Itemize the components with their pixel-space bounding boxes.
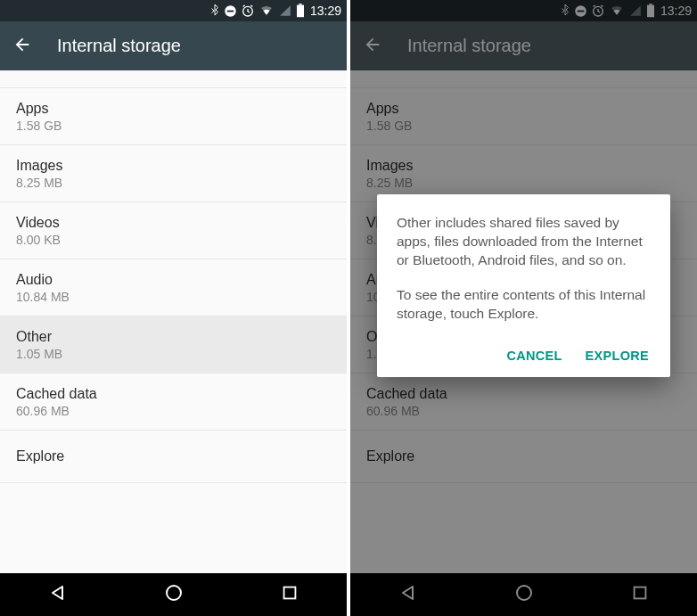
row-explore[interactable]: Explore [0, 431, 347, 483]
row-label: Apps [16, 101, 331, 117]
row-apps[interactable]: Apps 1.58 GB [0, 88, 347, 145]
row-audio[interactable]: Audio 10.84 MB [0, 259, 347, 316]
svg-point-7 [167, 586, 181, 600]
row-other[interactable]: Other 1.05 MB [0, 316, 347, 374]
list-spacer [0, 70, 347, 88]
row-sub: 10.84 MB [16, 290, 331, 304]
storage-list: Apps 1.58 GB Images 8.25 MB Videos 8.00 … [0, 70, 347, 573]
row-sub: 1.58 GB [16, 119, 331, 133]
signal-icon [278, 4, 292, 17]
row-label: Videos [16, 215, 331, 231]
dialog-text-1: Other includes shared files saved by app… [397, 214, 651, 270]
app-bar: Internal storage [0, 21, 347, 70]
status-bar: 13:29 [0, 0, 347, 21]
row-label: Cached data [16, 386, 331, 402]
row-sub: 1.05 MB [16, 347, 331, 361]
clock: 13:29 [310, 4, 341, 18]
other-info-dialog: Other includes shared files saved by app… [377, 194, 670, 377]
row-images[interactable]: Images 8.25 MB [0, 145, 347, 202]
cancel-button[interactable]: CANCEL [506, 349, 562, 363]
dialog-actions: CANCEL EXPLORE [397, 343, 651, 368]
alarm-icon [241, 4, 255, 18]
battery-icon [296, 4, 305, 18]
row-videos[interactable]: Videos 8.00 KB [0, 202, 347, 259]
dnd-icon [224, 4, 237, 18]
nav-recent-icon[interactable] [280, 583, 299, 606]
back-icon[interactable] [12, 35, 32, 58]
dialog-text-2: To see the entire contents of this Inter… [397, 286, 651, 324]
wifi-icon [258, 4, 275, 17]
nav-home-icon[interactable] [163, 582, 184, 607]
row-label: Other [16, 329, 331, 345]
nav-back-icon[interactable] [47, 582, 69, 607]
row-sub: 8.00 KB [16, 233, 331, 247]
explore-button[interactable]: EXPLORE [586, 349, 649, 363]
page-title: Internal storage [57, 36, 181, 56]
row-label: Audio [16, 272, 331, 288]
svg-rect-8 [283, 587, 295, 599]
phone-left: 13:29 Internal storage Apps 1.58 GB Imag… [0, 0, 347, 616]
row-sub: 8.25 MB [16, 176, 331, 190]
bluetooth-icon [209, 4, 220, 18]
phone-right: 13:29 Internal storage Apps 1.58 GB Imag… [350, 0, 697, 616]
svg-rect-1 [227, 10, 234, 12]
nav-bar [0, 573, 347, 616]
row-cached-data[interactable]: Cached data 60.96 MB [0, 374, 347, 431]
svg-rect-5 [297, 5, 304, 18]
row-sub: 60.96 MB [16, 404, 331, 418]
svg-rect-6 [299, 4, 301, 5]
row-label: Images [16, 158, 331, 174]
row-label: Explore [16, 448, 331, 464]
